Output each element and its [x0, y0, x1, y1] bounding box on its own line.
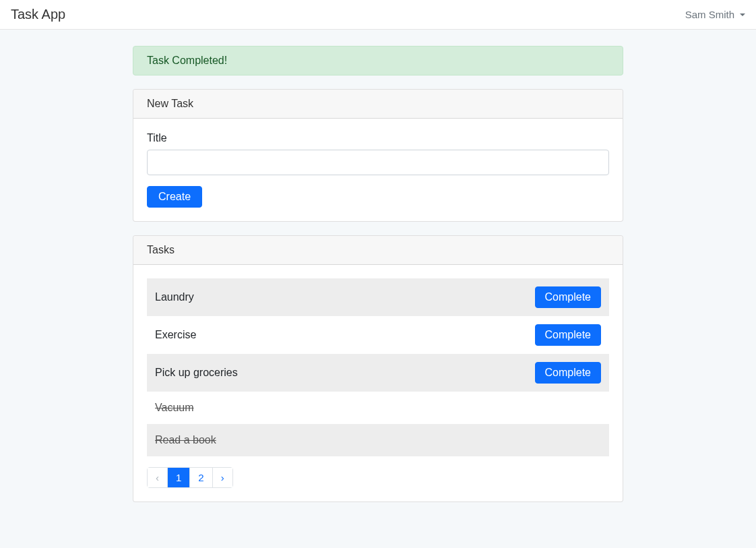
title-input[interactable]	[147, 150, 609, 175]
task-title: Laundry	[155, 291, 194, 303]
container: Task Completed! New Task Title Create Ta…	[133, 46, 623, 502]
page-next-link: ›	[213, 468, 232, 487]
task-title: Pick up groceries	[155, 367, 238, 379]
complete-button[interactable]: Complete	[535, 324, 601, 346]
page-prev: ‹	[147, 467, 168, 488]
new-task-card: New Task Title Create	[133, 89, 623, 222]
task-item: Pick up groceriesComplete	[147, 354, 609, 392]
complete-button[interactable]: Complete	[535, 286, 601, 308]
success-alert: Task Completed!	[133, 46, 623, 75]
page-1[interactable]: 1	[167, 467, 190, 488]
navbar: Task App Sam Smith	[0, 0, 756, 30]
new-task-header: New Task	[133, 90, 623, 119]
task-title: Read a book	[155, 434, 216, 446]
task-item: LaundryComplete	[147, 278, 609, 316]
task-title: Vacuum	[155, 402, 194, 414]
tasks-header: Tasks	[133, 236, 623, 265]
main-content: Task Completed! New Task Title Create Ta…	[0, 30, 756, 548]
tasks-body: LaundryCompleteExerciseCompletePick up g…	[133, 265, 623, 501]
create-button[interactable]: Create	[147, 186, 202, 208]
navbar-brand[interactable]: Task App	[11, 7, 65, 22]
task-item: Read a book	[147, 424, 609, 456]
chevron-down-icon	[740, 13, 745, 16]
page-prev-link: ‹	[148, 468, 167, 487]
title-label: Title	[147, 132, 609, 144]
task-item: ExerciseComplete	[147, 316, 609, 354]
task-item: Vacuum	[147, 392, 609, 424]
complete-button[interactable]: Complete	[535, 362, 601, 384]
page-2[interactable]: 2	[189, 467, 212, 488]
page-2-link: 2	[190, 468, 212, 487]
task-list: LaundryCompleteExerciseCompletePick up g…	[147, 278, 609, 456]
task-title: Exercise	[155, 329, 196, 341]
user-menu-dropdown[interactable]: Sam Smith	[685, 9, 745, 20]
page-1-link: 1	[168, 468, 189, 487]
page-next[interactable]: ›	[212, 467, 233, 488]
new-task-body: Title Create	[133, 119, 623, 221]
alert-message: Task Completed!	[147, 55, 227, 66]
user-name: Sam Smith	[685, 9, 734, 20]
tasks-card: Tasks LaundryCompleteExerciseCompletePic…	[133, 235, 623, 502]
pagination: ‹12›	[147, 467, 609, 488]
